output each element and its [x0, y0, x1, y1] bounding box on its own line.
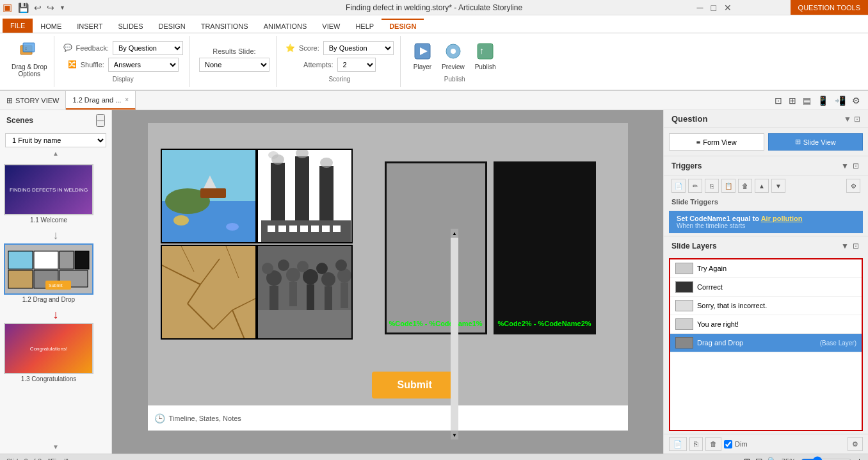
slide-thumb-1[interactable]: FINDING DEFECTS IN WELDING 1.1 Welcome — [4, 164, 93, 224]
trigger-link[interactable]: Air pollution — [761, 215, 803, 222]
scroll-up[interactable]: ▲ — [451, 229, 458, 238]
preview-button[interactable]: Preview — [438, 41, 469, 72]
layers-expand-btn[interactable]: ⊡ — [851, 240, 860, 252]
trigger-settings-btn[interactable]: ⚙ — [846, 179, 860, 193]
slide-triggers-label: Slide Triggers — [664, 195, 868, 208]
paste-trigger-btn[interactable]: 📋 — [721, 179, 735, 193]
close-tab-button[interactable]: × — [125, 96, 129, 103]
minimize-button[interactable]: ─ — [695, 3, 705, 13]
undo-button[interactable]: ↩ — [32, 3, 44, 13]
move-down-trigger-btn[interactable]: ▼ — [771, 179, 785, 193]
feedback-icon: 💬 — [63, 44, 72, 52]
publish-buttons: Player Preview ↑ Publish — [410, 41, 500, 72]
scenes-minimize-btn[interactable]: ─ — [96, 114, 105, 127]
copy-trigger-btn[interactable]: ⎘ — [705, 179, 719, 193]
settings-btn[interactable]: ⚙ — [851, 94, 862, 107]
shuffle-dropdown[interactable]: Answers — [108, 58, 179, 72]
scroll-down[interactable]: ▼ — [451, 431, 458, 439]
view-normal-btn[interactable]: ⊡ — [773, 94, 784, 107]
form-view-button[interactable]: ≡ Form View — [669, 133, 764, 151]
scoring-group: ⭐ Score: By Question Attempts: 2 Scoring — [279, 36, 401, 87]
question-header-buttons: ▼ ⊡ — [844, 115, 860, 124]
layer-try-again[interactable]: Try Again — [670, 259, 862, 278]
svg-rect-13 — [8, 270, 33, 288]
status-grid-btn[interactable]: ⊞ — [744, 457, 750, 461]
design-tab[interactable]: DESIGN — [151, 20, 193, 33]
add-layer-btn[interactable]: 📄 — [669, 437, 687, 451]
zoom-in-btn[interactable]: + — [857, 457, 862, 461]
layers-bottom-toolbar: 📄 ⎘ 🗑 Dim ⚙ — [664, 434, 868, 454]
question-expand-btn[interactable]: ⊡ — [854, 115, 860, 124]
results-slide-dropdown[interactable]: None — [199, 58, 269, 72]
delete-layer-btn[interactable]: 🗑 — [705, 437, 721, 451]
insert-tab[interactable]: INSERT — [69, 20, 110, 33]
delete-trigger-btn[interactable]: 🗑 — [738, 179, 752, 193]
attempts-dropdown[interactable]: 2 — [337, 58, 376, 72]
slide-thumb-3[interactable]: Congratulations! 1.3 Congratulations — [4, 323, 93, 382]
triggers-dropdown-btn[interactable]: ▼ — [840, 160, 850, 172]
home-tab[interactable]: HOME — [33, 20, 69, 33]
svg-rect-39 — [322, 226, 330, 232]
triggers-expand-btn[interactable]: ⊡ — [851, 160, 860, 172]
close-button[interactable]: ✕ — [722, 3, 734, 13]
results-slide-row: Results Slide: — [213, 47, 255, 55]
feedback-dropdown[interactable]: By Question — [113, 41, 183, 55]
design-active-tab[interactable]: DESIGN — [382, 19, 424, 33]
story-view-icon: ⊞ — [6, 96, 13, 105]
submit-button[interactable]: Submit — [372, 372, 458, 398]
layer-base[interactable]: Drag and Drop (Base Layer) — [670, 334, 862, 352]
view-grid-btn[interactable]: ⊞ — [787, 94, 798, 107]
view-tab[interactable]: VIEW — [314, 20, 348, 33]
layer-sorry[interactable]: Sorry, that is incorrect. — [670, 297, 862, 315]
move-up-trigger-btn[interactable]: ▲ — [755, 179, 769, 193]
slide-2-label: 1.2 Drag and Drop — [4, 296, 93, 303]
help-tab[interactable]: HELP — [348, 20, 382, 33]
new-trigger-btn[interactable]: 📄 — [671, 179, 686, 193]
view-list-btn[interactable]: ▤ — [801, 94, 812, 107]
animations-tab[interactable]: ANIMATIONS — [256, 20, 315, 33]
scenes-dropdown[interactable]: 1 Fruit by name — [5, 133, 106, 147]
form-view-label: Form View — [703, 138, 736, 146]
active-slide-tab[interactable]: 1.2 Drag and ... × — [66, 91, 136, 110]
scroll-up-btn[interactable]: ▲ — [0, 150, 111, 160]
view-mobile-btn[interactable]: 📱 — [816, 94, 830, 107]
status-list-btn[interactable]: ▤ — [755, 457, 762, 461]
vertical-scrollbar[interactable]: ▲ ▼ — [451, 229, 458, 439]
slides-tab[interactable]: SLIDES — [110, 20, 150, 33]
scroll-down-btn[interactable]: ▼ — [0, 443, 111, 454]
layers-dropdown-btn[interactable]: ▼ — [840, 240, 850, 252]
quick-access-dropdown[interactable]: ▼ — [58, 4, 67, 11]
publish-button[interactable]: ↑ Publish — [471, 41, 500, 72]
preview-icon — [444, 42, 462, 63]
shuffle-icon: 🔀 — [68, 60, 77, 69]
file-tab[interactable]: FILE — [3, 19, 33, 33]
save-button[interactable]: 💾 — [16, 3, 31, 13]
drop-zone-2[interactable]: %Code2% - %CodeName2% — [494, 161, 596, 334]
score-row: ⭐ Score: By Question — [285, 41, 394, 55]
scenes-title: Scenes — [6, 116, 33, 125]
view-tablet-btn[interactable]: 📲 — [833, 94, 847, 107]
redo-button[interactable]: ↪ — [45, 3, 56, 13]
svg-rect-61 — [341, 283, 348, 308]
duplicate-layer-btn[interactable]: ⎘ — [689, 437, 703, 451]
score-dropdown[interactable]: By Question — [323, 41, 394, 55]
toolbar-right: ⊡ ⊞ ▤ 📱 📲 ⚙ — [773, 94, 868, 107]
slide-view-button[interactable]: ⊞ Slide View — [768, 133, 864, 151]
slide-trigger-item[interactable]: Set CodeName1 equal to Air pollution Whe… — [669, 211, 863, 233]
layer-right[interactable]: You are right! — [670, 315, 862, 334]
transitions-tab[interactable]: TRANSITIONS — [193, 20, 256, 33]
dim-checkbox[interactable] — [724, 440, 732, 448]
question-dropdown-btn[interactable]: ▼ — [844, 115, 851, 124]
drop-zone-1[interactable]: %Code1% - %CodeName1% — [385, 161, 487, 334]
story-view-tab[interactable]: ⊞ STORY VIEW — [0, 91, 66, 110]
layer-correct[interactable]: Corrrect — [670, 278, 862, 297]
feedback-label: Feedback: — [76, 44, 109, 52]
drag-drop-options-button[interactable]: ↕ Drag & DropOptions — [12, 42, 47, 78]
slide-thumb-2[interactable]: Submit 1.2 Drag and Drop — [4, 243, 93, 303]
layer-settings-btn[interactable]: ⚙ — [848, 437, 863, 451]
dim-checkbox-label[interactable]: Dim — [724, 440, 748, 448]
maximize-button[interactable]: □ — [709, 3, 718, 13]
edit-trigger-btn[interactable]: ✏ — [688, 179, 702, 193]
zoom-slider[interactable] — [801, 456, 852, 461]
player-button[interactable]: Player — [410, 41, 435, 72]
